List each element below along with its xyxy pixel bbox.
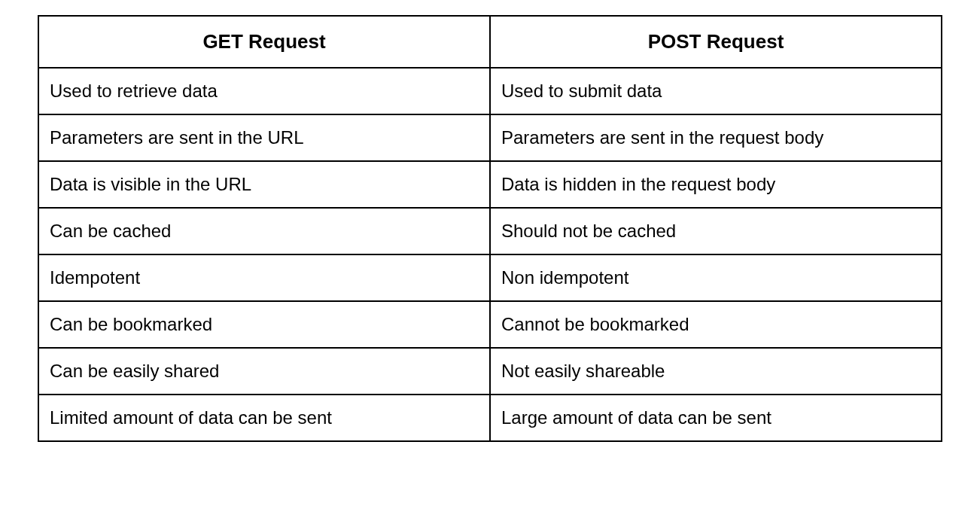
cell-get: Parameters are sent in the URL <box>38 114 490 161</box>
cell-get: Can be cached <box>38 208 490 254</box>
table-row: Limited amount of data can be sent Large… <box>38 395 942 441</box>
cell-get: Data is visible in the URL <box>38 161 490 208</box>
table-row: Used to retrieve data Used to submit dat… <box>38 68 942 114</box>
table-row: Can be bookmarked Cannot be bookmarked <box>38 301 942 348</box>
cell-post: Large amount of data can be sent <box>490 395 942 441</box>
cell-post: Non idempotent <box>490 254 942 301</box>
cell-get: Idempotent <box>38 254 490 301</box>
table-row: Parameters are sent in the URL Parameter… <box>38 114 942 161</box>
cell-post: Used to submit data <box>490 68 942 114</box>
cell-post: Should not be cached <box>490 208 942 254</box>
cell-post: Cannot be bookmarked <box>490 301 942 348</box>
cell-get: Can be easily shared <box>38 348 490 395</box>
table-row: Can be cached Should not be cached <box>38 208 942 254</box>
header-get: GET Request <box>38 16 490 68</box>
table-row: Data is visible in the URL Data is hidde… <box>38 161 942 208</box>
table-header-row: GET Request POST Request <box>38 16 942 68</box>
cell-post: Data is hidden in the request body <box>490 161 942 208</box>
cell-get: Used to retrieve data <box>38 68 490 114</box>
cell-get: Can be bookmarked <box>38 301 490 348</box>
table-row: Idempotent Non idempotent <box>38 254 942 301</box>
cell-get: Limited amount of data can be sent <box>38 395 490 441</box>
header-post: POST Request <box>490 16 942 68</box>
cell-post: Parameters are sent in the request body <box>490 114 942 161</box>
table-row: Can be easily shared Not easily shareabl… <box>38 348 942 395</box>
comparison-table: GET Request POST Request Used to retriev… <box>38 15 942 442</box>
cell-post: Not easily shareable <box>490 348 942 395</box>
